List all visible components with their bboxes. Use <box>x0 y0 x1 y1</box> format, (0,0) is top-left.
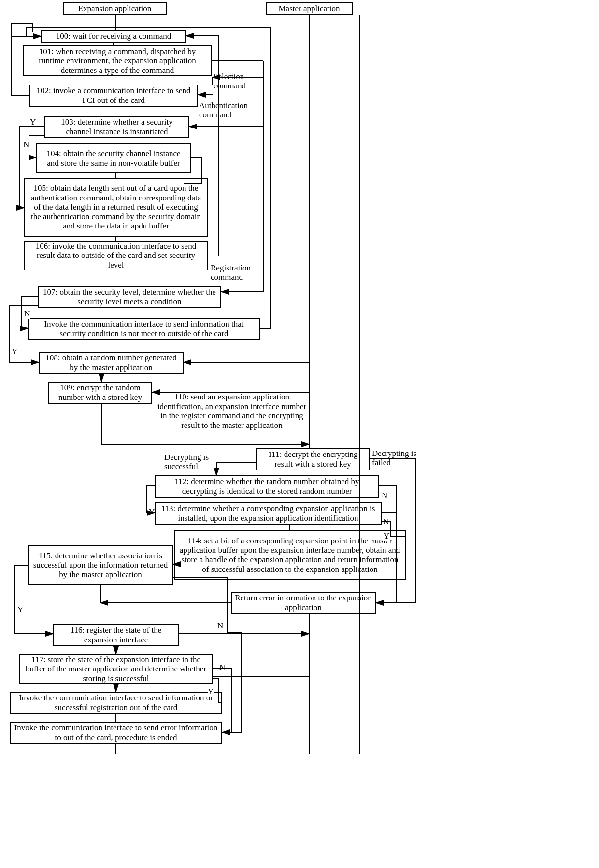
flowchart-arrows <box>0 0 599 868</box>
